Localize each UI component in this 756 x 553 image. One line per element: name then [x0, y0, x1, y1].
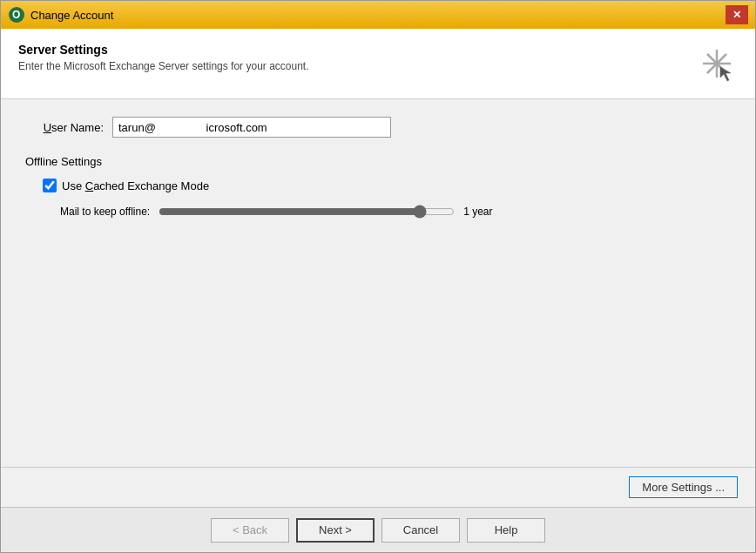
slider-label: Mail to keep offline: [60, 206, 150, 218]
username-label-rest: ser Name: [51, 121, 104, 134]
title-bar-left: O Change Account [8, 6, 113, 24]
username-row: User Name: [25, 117, 731, 138]
header-section: Server Settings Enter the Microsoft Exch… [1, 29, 755, 99]
cached-mode-row: Use Cached Exchange Mode [43, 179, 731, 192]
next-button[interactable]: Next > [296, 518, 375, 543]
username-label-u: U [44, 121, 51, 134]
more-settings-button[interactable]: More Settings ... [629, 476, 738, 498]
back-button[interactable]: < Back [211, 518, 289, 543]
footer-bar: < Back Next > Cancel Help [1, 507, 755, 552]
content-area: User Name: Offline Settings Use Cached E… [1, 99, 755, 467]
header-text-container: Server Settings Enter the Microsoft Exch… [18, 43, 309, 72]
slider-value: 1 year [463, 206, 498, 218]
cached-mode-label: Use Cached Exchange Mode [62, 179, 209, 192]
close-button[interactable]: ✕ [726, 5, 748, 24]
header-subtitle: Enter the Microsoft Exchange Server sett… [18, 60, 309, 72]
help-button[interactable]: Help [467, 518, 545, 543]
username-input[interactable] [112, 117, 391, 138]
cursor-svg [696, 43, 738, 84]
title-bar-text: Change Account [30, 9, 113, 22]
cancel-button[interactable]: Cancel [381, 518, 460, 543]
offline-slider[interactable] [159, 203, 455, 220]
header-title: Server Settings [18, 43, 309, 57]
title-bar: O Change Account ✕ [1, 1, 755, 29]
change-account-dialog: O Change Account ✕ Server Settings Enter… [0, 0, 756, 553]
svg-marker-6 [720, 67, 731, 81]
cached-mode-checkbox[interactable] [43, 179, 57, 192]
app-icon: O [8, 6, 25, 24]
svg-text:O: O [12, 9, 20, 21]
slider-row: Mail to keep offline: 1 year [60, 203, 731, 220]
username-label: User Name: [25, 121, 104, 134]
offline-settings-label: Offline Settings [25, 155, 731, 168]
slider-container: 1 year [159, 203, 498, 220]
cursor-icon [696, 43, 738, 84]
bottom-section: More Settings ... [1, 467, 755, 507]
